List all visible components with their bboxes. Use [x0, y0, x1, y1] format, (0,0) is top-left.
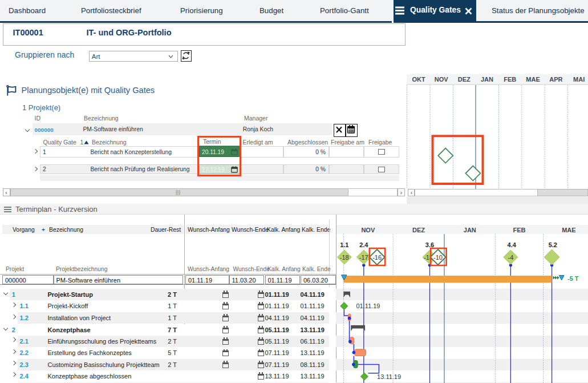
- svg-text:JAN: JAN: [464, 227, 476, 233]
- svg-text:FEB: FEB: [513, 227, 526, 233]
- svg-text:-16: -16: [372, 254, 382, 261]
- svg-text:APR: APR: [549, 76, 562, 83]
- svg-text:-17: -17: [359, 254, 368, 261]
- svg-text:JAN: JAN: [481, 76, 493, 83]
- svg-text:1.1: 1.1: [340, 241, 348, 248]
- svg-text:NOV: NOV: [361, 227, 375, 233]
- svg-text:2.4: 2.4: [359, 241, 368, 248]
- svg-text:-10: -10: [433, 254, 443, 261]
- svg-text:MAE: MAE: [562, 227, 575, 233]
- svg-text:OKT: OKT: [412, 76, 425, 83]
- svg-text:01.11.19: 01.11.19: [356, 303, 380, 309]
- svg-text:-5 T: -5 T: [567, 275, 579, 282]
- svg-text:-18: -18: [340, 254, 349, 261]
- svg-text:NOV: NOV: [435, 76, 449, 83]
- svg-text:3.6: 3.6: [425, 241, 434, 248]
- svg-text:FEB: FEB: [504, 76, 516, 83]
- svg-text:DEZ: DEZ: [412, 227, 425, 233]
- svg-text:5.2: 5.2: [549, 241, 557, 248]
- svg-text:DEZ: DEZ: [458, 76, 471, 83]
- svg-text:4.4: 4.4: [508, 241, 517, 248]
- svg-text:MAI: MAI: [573, 76, 585, 83]
- svg-text:13.11.19: 13.11.19: [377, 373, 401, 380]
- svg-text:MAE: MAE: [526, 76, 540, 83]
- svg-text:-4: -4: [508, 254, 514, 261]
